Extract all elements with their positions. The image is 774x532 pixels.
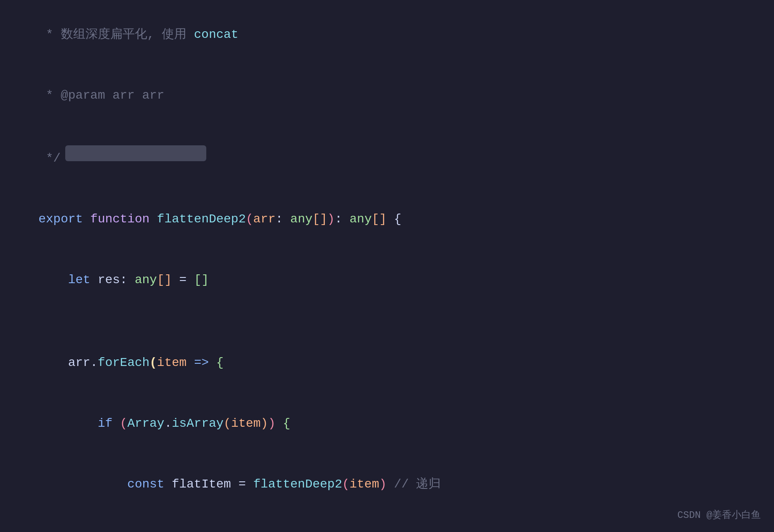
code-line-res-concat1: res = res.concat(flatItem) [9, 515, 765, 532]
code-line-comment3: */ [9, 126, 765, 189]
code-line-export-fn: export function flattenDeep2(arr: any[])… [9, 189, 765, 250]
tooltip [65, 145, 206, 161]
watermark: CSDN @姜香小白鱼 [677, 508, 761, 523]
code-line-if: if (Array.isArray(item)) { [9, 393, 765, 454]
code-line-foreach: arr.forEach(item => { [9, 332, 765, 393]
code-line-const: const flatItem = flattenDeep2(item) // 递… [9, 454, 765, 515]
code-line-comment2: * @param arr arr [9, 65, 765, 126]
code-line-empty1 [9, 311, 765, 332]
code-line-let: let res: any[] = [] [9, 250, 765, 311]
code-line-comment1: * 数组深度扁平化, 使用 concat [9, 4, 765, 65]
code-editor: * 数组深度扁平化, 使用 concat * @param arr arr */… [0, 0, 774, 532]
